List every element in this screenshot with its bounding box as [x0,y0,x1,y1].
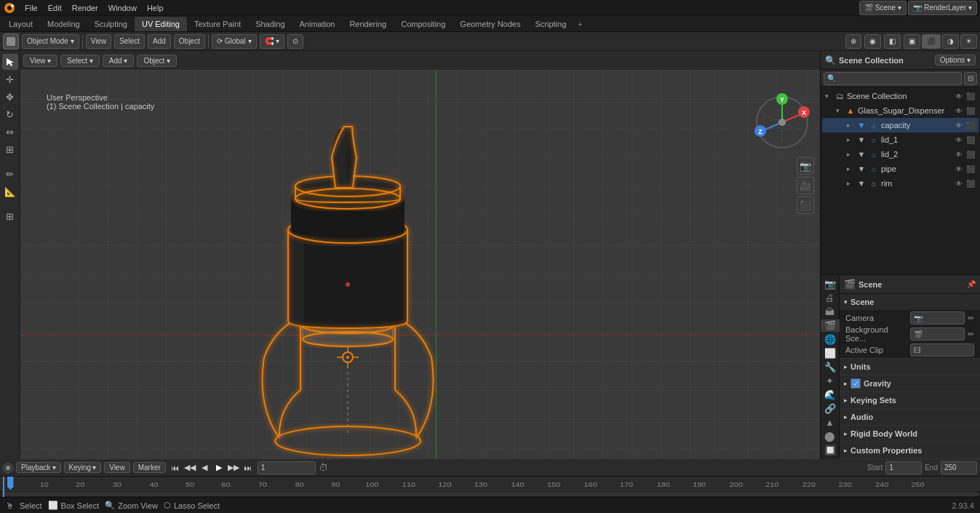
add-menu-btn[interactable]: Add [148,34,171,49]
outliner-filter-btn[interactable]: ⊟ [964,72,977,85]
object-mode-btn[interactable]: Object Mode ▾ [22,34,79,49]
playback-menu-btn[interactable]: Playback ▾ [16,462,61,473]
viewport-view-btn[interactable]: View ▾ [23,55,57,67]
material-tab[interactable]: ⬤ [821,430,840,442]
navigation-gizmo[interactable]: X Y Z [753,93,811,151]
tab-layout[interactable]: Layout [1,17,40,31]
gizmo-btn[interactable]: ⊕ [845,34,861,49]
rigid-body-header[interactable]: ▸ Rigid Body World [840,426,980,442]
viewport-add-btn[interactable]: Add ▾ [103,55,135,67]
current-frame-input[interactable]: 1 [258,461,316,474]
select-menu-btn[interactable]: Select [114,34,145,49]
world-tab[interactable]: 🌐 [821,333,840,346]
menu-window[interactable]: Window [104,2,141,14]
outliner-options-btn[interactable]: Options ▾ [935,55,976,65]
restrict-icon[interactable]: ⬛ [965,91,976,101]
rotate-tool-btn[interactable]: ↻ [2,106,18,122]
timeline-ruler[interactable]: 1 10 20 30 40 50 60 70 80 90 1 [0,477,980,497]
tab-rendering[interactable]: Rendering [342,17,394,31]
tree-item-pipe[interactable]: ▸ ▼ ⌂ pipe 👁 ⬛ [822,162,979,176]
visibility-icon[interactable]: 👁 [954,91,964,101]
keying-sets-header[interactable]: ▸ Keying Sets [840,392,980,408]
transform-tool-btn[interactable]: ⊞ [2,141,18,157]
measure-btn[interactable]: 📐 [2,183,18,199]
restrict-icon[interactable]: ⬛ [965,135,976,145]
tab-modeling[interactable]: Modeling [40,17,87,31]
texture-tab[interactable]: 🔲 [821,444,840,456]
constraints-tab[interactable]: 🔗 [821,402,840,415]
visibility-icon[interactable]: 👁 [954,164,964,174]
pin-icon[interactable]: 📌 [967,280,976,288]
viewport-object-btn[interactable]: Object ▾ [137,55,177,67]
play-btn[interactable]: ▶ [212,461,226,474]
restrict-icon[interactable]: ⬛ [965,178,976,188]
tree-item-rim[interactable]: ▸ ▼ ⌂ rim 👁 ⬛ [822,176,979,191]
restrict-icon[interactable]: ⬛ [965,149,976,159]
modifier-tab[interactable]: 🔧 [821,361,840,373]
wireframe-mode-btn[interactable]: ▣ [904,34,920,49]
bg-scene-edit-icon[interactable]: ✏ [968,330,974,339]
viewport-select-btn[interactable]: Select ▾ [60,55,100,67]
bg-scene-field[interactable]: 🎬 [910,327,965,341]
jump-end-btn[interactable]: ⏭ [242,461,255,474]
scene-tab[interactable]: 🎬 [821,319,840,332]
menu-file[interactable]: File [20,2,42,14]
camera-perspective-btn[interactable]: 🎥 [797,177,814,194]
restrict-icon[interactable]: ⬛ [965,164,976,174]
annotate-btn[interactable]: ✏ [2,166,18,182]
playback-status-dot[interactable] [3,463,13,473]
physics-tab[interactable]: 🌊 [821,389,840,401]
add-object-btn[interactable]: ⊞ [2,208,18,224]
visibility-icon[interactable]: 👁 [954,106,964,116]
tab-texture-paint[interactable]: Texture Paint [187,17,248,31]
audio-section-header[interactable]: ▸ Audio [840,409,980,425]
restrict-icon[interactable]: ⬛ [965,106,976,116]
gravity-section-header[interactable]: ▸ ✓ Gravity [840,375,980,391]
view-menu-btn[interactable]: View [86,34,112,49]
transform-orientation-btn[interactable]: ⟳ Global ▾ [212,34,257,49]
tab-sculpting[interactable]: Sculpting [87,17,135,31]
visibility-icon[interactable]: 👁 [954,135,964,145]
start-frame-input[interactable]: 1 [885,461,922,474]
output-tab[interactable]: 🖨 [821,292,840,304]
camera-edit-icon[interactable]: ✏ [968,314,974,323]
active-clip-field[interactable]: 🎞 [910,343,974,357]
camera-field[interactable]: 📷 [910,311,965,325]
render-preview-btn[interactable]: ⬛ [797,196,814,214]
visibility-icon[interactable]: 👁 [954,178,964,188]
data-tab[interactable]: ▲ [821,416,840,429]
timeline-scrollbar[interactable] [0,491,980,497]
move-tool-btn[interactable]: ✥ [2,89,18,105]
renderlayer-selector[interactable]: 📷 RenderLayer ▾ [908,1,977,15]
tab-scripting[interactable]: Scripting [527,17,573,31]
snap-btn[interactable]: 🧲 ▾ [260,34,284,49]
prev-keyframe-btn[interactable]: ◀◀ [183,461,196,474]
add-workspace-button[interactable]: + [573,18,586,30]
select-tool-btn[interactable] [2,54,18,70]
play-reverse-btn[interactable]: ◀ [198,461,211,474]
tree-item-capacity[interactable]: ▸ ▼ ⌂ capacity 👁 ⬛ [822,118,979,132]
restrict-icon[interactable]: ⬛ [965,120,976,130]
particles-tab[interactable]: ✦ [821,375,840,387]
keying-menu-btn[interactable]: Keying ▾ [64,462,102,473]
marker-menu-btn[interactable]: Marker [133,462,166,473]
tree-item-glass-sugar-dispenser[interactable]: ▾ ▲ Glass_Sugar_Dispenser 👁 ⬛ [822,103,979,118]
3d-viewport[interactable]: User Perspective (1) Scene Collection | … [20,70,820,459]
units-section-header[interactable]: ▸ Units [840,359,980,375]
gravity-checkbox[interactable]: ✓ [850,378,861,389]
cursor-tool-btn[interactable]: ✛ [2,71,18,87]
next-keyframe-btn[interactable]: ▶▶ [227,461,240,474]
view-layer-tab[interactable]: 🏔 [821,306,840,318]
tree-item-scene-collection[interactable]: ▾ 🗂 Scene Collection 👁 ⬛ [822,89,979,103]
menu-help[interactable]: Help [143,2,168,14]
camera-view-btn[interactable]: 📷 [797,157,814,175]
end-frame-input[interactable]: 250 [941,461,977,474]
visibility-icon[interactable]: 👁 [954,149,964,159]
proportional-editing-btn[interactable]: ⊙ [287,34,303,49]
object-menu-btn[interactable]: Object [174,34,205,49]
tree-item-lid-1[interactable]: ▸ ▼ ⌂ lid_1 👁 ⬛ [822,132,979,147]
rendered-mode-btn[interactable]: ☀ [960,34,977,49]
tree-item-lid-2[interactable]: ▸ ▼ ⌂ lid_2 👁 ⬛ [822,147,979,162]
mode-icon-btn[interactable] [3,33,19,49]
jump-start-btn[interactable]: ⏮ [169,461,182,474]
